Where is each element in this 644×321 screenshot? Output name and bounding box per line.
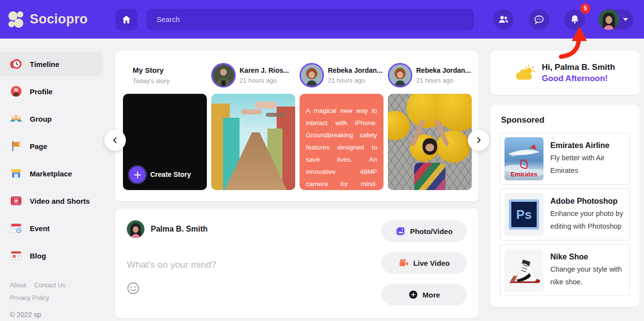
marketplace-icon (10, 167, 22, 180)
create-story-card[interactable]: Create Story (123, 94, 207, 190)
story-header-friend-3[interactable]: Rebeka Jordan... 21 hours ago (388, 61, 472, 90)
video-shorts-icon (10, 194, 22, 207)
friend-story-time: 21 hours ago (328, 77, 382, 84)
story-header-friend-2[interactable]: Rebeka Jordan... 21 hours ago (300, 61, 383, 90)
brand-name: Sociopro (30, 12, 88, 27)
sidebar-nav: Timeline Profile (0, 52, 103, 271)
story-text-card[interactable]: A magical new way to interact with iPhon… (300, 94, 383, 190)
my-story-title: My Story (133, 66, 163, 74)
story-photo-balloons[interactable] (388, 94, 472, 190)
timeline-icon (10, 58, 22, 70)
video-camera-icon (399, 258, 409, 268)
chat-icon (533, 14, 545, 25)
create-story-button[interactable] (129, 167, 145, 183)
home-icon (121, 14, 132, 25)
top-navbar: Sociopro (0, 0, 644, 39)
ad-title: Adobe Photoshop (550, 197, 624, 206)
users-icon (498, 14, 509, 25)
ad-emirates[interactable]: Emirates Emirates Airline Fly better wit… (500, 133, 630, 185)
photo-video-button[interactable]: Photo/Video (382, 220, 467, 242)
ad-description: Change your style with nike shoe. (550, 263, 624, 288)
search-input[interactable] (157, 15, 464, 23)
composer-user-name: Palma B. Smith (151, 225, 207, 234)
my-story-header[interactable]: My Story Today's story (123, 61, 207, 90)
emirates-ad-image: Emirates (504, 137, 543, 180)
chevron-down-icon (623, 18, 628, 21)
post-composer-card: Palma B. Smith What's on your mind? (115, 209, 479, 318)
story-photo-street[interactable] (211, 94, 295, 190)
ad-description: Fly better with Air Emirates (550, 151, 624, 177)
user-avatar (599, 9, 619, 30)
profile-icon (10, 85, 22, 98)
sidebar-footer: About Contact Us Privacy Policy © 2022 s… (0, 281, 103, 319)
photoshop-ad-image: Ps (504, 193, 543, 236)
sidebar-item-timeline[interactable]: Timeline (0, 52, 103, 76)
page-flag-icon (10, 140, 22, 152)
link-privacy-policy[interactable]: Privacy Policy (10, 294, 49, 301)
sponsored-card: Sponsored Emirates (490, 105, 640, 307)
chevron-left-icon (111, 136, 120, 145)
sponsored-title: Sponsored (501, 115, 630, 125)
friends-button[interactable] (493, 9, 514, 30)
sidebar-item-blog[interactable]: Blog (0, 243, 103, 268)
sidebar-item-event[interactable]: Event (0, 216, 103, 240)
blog-icon (10, 249, 22, 262)
friend-story-time: 21 hours ago (416, 77, 471, 84)
sidebar-item-page[interactable]: Page (0, 134, 103, 158)
brand-logo[interactable]: Sociopro (7, 10, 103, 29)
sidebar-item-video-shorts[interactable]: Video and Shorts (0, 189, 103, 213)
stories-next-button[interactable] (468, 129, 489, 151)
search-bar (147, 9, 474, 30)
photo-icon (396, 226, 405, 236)
friend-story-time: 21 hours ago (240, 77, 289, 84)
photoshop-logo: Ps (509, 199, 539, 230)
sneaker-graphic (506, 255, 542, 286)
composer-user: Palma B. Smith (127, 220, 382, 238)
more-button[interactable]: More (382, 284, 467, 305)
stories-card: My Story Today's story (115, 51, 479, 201)
my-story-subtitle: Today's story (133, 77, 169, 85)
live-video-label: Live Video (413, 259, 450, 267)
ad-photoshop[interactable]: Ps Adobe Photoshop Enhance your photo by… (500, 189, 630, 240)
notification-badge: 5 (580, 3, 590, 14)
sidebar-item-profile[interactable]: Profile (0, 79, 103, 104)
stories-row: Create Story A magical new way to intera… (123, 94, 471, 190)
post-input[interactable]: What's on your mind? (127, 259, 382, 270)
more-label: More (423, 291, 440, 299)
copyright: © 2022 sp (10, 311, 103, 319)
greeting-subtitle: Good Afternoon! (542, 74, 615, 84)
sidebar-item-group[interactable]: Group (0, 107, 103, 131)
story-header-friend-1[interactable]: Karen J. Rios... 21 hours ago (211, 61, 295, 90)
create-story-label: Create Story (150, 171, 191, 178)
link-contact-us[interactable]: Contact Us (34, 281, 65, 289)
link-about[interactable]: About (10, 281, 26, 289)
friend-name: Karen J. Rios... (240, 66, 289, 74)
sidebar: Timeline Profile (0, 39, 103, 321)
nike-ad-image (504, 249, 543, 292)
bell-icon (569, 14, 581, 25)
sun-cloud-icon (515, 64, 535, 82)
composer-avatar (127, 220, 144, 238)
plus-icon (134, 171, 141, 179)
emoji-picker-button[interactable] (127, 282, 140, 295)
live-video-button[interactable]: Live Video (382, 252, 467, 274)
photo-video-label: Photo/Video (410, 227, 452, 235)
profile-menu-button[interactable] (599, 9, 633, 30)
page: Sociopro (0, 0, 644, 321)
friend-avatar (300, 63, 324, 87)
messages-button[interactable] (529, 9, 549, 30)
ad-nike[interactable]: Nike Shoe Change your style with nike sh… (500, 244, 630, 296)
smiley-icon (127, 282, 140, 295)
emirates-logo-text: Emirates (504, 171, 543, 178)
friend-name: Rebeka Jordan... (416, 66, 471, 74)
stories-prev-button[interactable] (104, 129, 126, 151)
event-calendar-icon (10, 222, 22, 235)
ad-title: Emirates Airline (550, 141, 624, 150)
sidebar-item-marketplace[interactable]: Marketplace (0, 161, 103, 186)
friend-name: Rebeka Jordan... (328, 66, 382, 74)
home-button[interactable] (116, 9, 137, 30)
friend-avatar (211, 63, 236, 87)
main-area: Timeline Profile (0, 39, 644, 321)
notifications-button[interactable]: 5 (564, 9, 585, 30)
plus-circle-icon (408, 290, 418, 300)
